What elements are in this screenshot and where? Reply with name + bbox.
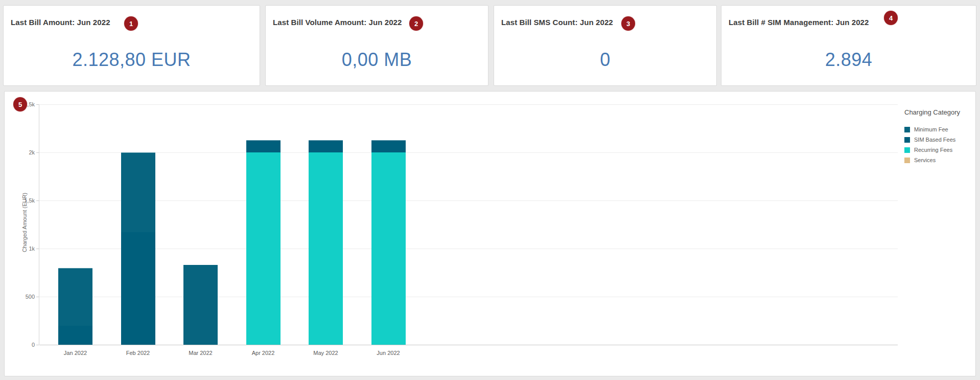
kpi-title: Last Bill Amount: Jun 2022 xyxy=(11,18,110,27)
annotation-badge-3: 3 xyxy=(621,16,635,31)
gridline xyxy=(39,249,898,249)
kpi-title: Last Bill SMS Count: Jun 2022 xyxy=(501,18,613,27)
annotation-badge-4: 4 xyxy=(884,11,898,25)
y-axis-tick xyxy=(36,152,39,153)
y-axis-tick xyxy=(36,200,39,201)
kpi-value: 0 xyxy=(494,49,716,71)
bar-segment-jun-2022-sim-based-fees[interactable] xyxy=(371,140,406,152)
kpi-value: 2.894 xyxy=(721,49,976,71)
x-axis-label: Apr 2022 xyxy=(240,350,286,356)
chart-legend: Charging Category Minimum FeeSIM Based F… xyxy=(904,108,975,165)
annotation-badge-2: 2 xyxy=(409,16,423,31)
legend-label: Services xyxy=(914,157,936,163)
charged-amount-bar-chart-panel: 5 Charged Amount (EUR) 05001k1,5k2k2,5kJ… xyxy=(4,91,976,376)
bar-segment-may-2022-sim-based-fees[interactable] xyxy=(309,140,343,152)
kpi-title: Last Bill # SIM Management: Jun 2022 xyxy=(729,18,869,27)
legend-item-minimum-fee[interactable]: Minimum Fee xyxy=(904,124,975,135)
gridline xyxy=(39,297,898,297)
x-axis-label: Mar 2022 xyxy=(178,350,224,356)
gridline xyxy=(39,104,898,105)
annotation-badge-1: 1 xyxy=(124,16,138,31)
x-axis-label: May 2022 xyxy=(303,350,349,356)
bar-segment-jan-2022-minimum-fee[interactable] xyxy=(58,268,92,326)
kpi-value: 2.128,80 EUR xyxy=(4,49,260,71)
kpi-row: Last Bill Amount: Jun 2022 1 2.128,80 EU… xyxy=(3,5,976,86)
legend-title: Charging Category xyxy=(904,108,975,116)
legend-swatch xyxy=(904,137,910,143)
bar-segment-mar-2022-minimum-fee[interactable] xyxy=(183,265,218,345)
legend-items: Minimum FeeSIM Based FeesRecurring FeesS… xyxy=(904,124,975,165)
bar-segment-apr-2022-sim-based-fees[interactable] xyxy=(246,140,281,152)
kpi-card-last-bill-volume: Last Bill Volume Amount: Jun 2022 2 0,00… xyxy=(265,5,488,86)
x-axis-label: Jun 2022 xyxy=(365,350,411,356)
annotation-badge-5: 5 xyxy=(13,97,27,111)
legend-label: SIM Based Fees xyxy=(914,137,955,143)
bar-segment-apr-2022-recurring-fees[interactable] xyxy=(246,152,281,345)
y-axis-tick xyxy=(36,249,39,249)
dashboard: Last Bill Amount: Jun 2022 1 2.128,80 EU… xyxy=(0,0,980,380)
legend-label: Recurring Fees xyxy=(914,147,952,153)
legend-item-sim-based-fees[interactable]: SIM Based Fees xyxy=(904,135,975,145)
kpi-card-last-bill-sim-management: Last Bill # SIM Management: Jun 2022 4 2… xyxy=(721,5,976,86)
bar-segment-may-2022-recurring-fees[interactable] xyxy=(309,152,343,345)
legend-item-services[interactable]: Services xyxy=(904,155,975,165)
y-axis-tick xyxy=(36,297,39,297)
y-axis-tick-label: 1,5k xyxy=(12,197,35,204)
y-axis-tick-label: 2k xyxy=(12,149,35,155)
bar-segment-feb-2022-sim-based-fees[interactable] xyxy=(121,232,155,345)
bar-segment-feb-2022-minimum-fee[interactable] xyxy=(121,152,155,232)
y-axis-tick-label: 0 xyxy=(12,342,35,348)
legend-item-recurring-fees[interactable]: Recurring Fees xyxy=(904,145,975,155)
kpi-card-last-bill-amount: Last Bill Amount: Jun 2022 1 2.128,80 EU… xyxy=(3,5,260,86)
x-axis-label: Jan 2022 xyxy=(53,350,99,356)
gridline xyxy=(39,152,898,153)
legend-swatch xyxy=(904,158,910,163)
plot-area: 05001k1,5k2k2,5kJan 2022Feb 2022Mar 2022… xyxy=(39,104,898,345)
kpi-title: Last Bill Volume Amount: Jun 2022 xyxy=(273,18,402,27)
kpi-card-last-bill-sms-count: Last Bill SMS Count: Jun 2022 3 0 xyxy=(494,5,717,86)
legend-swatch xyxy=(904,127,910,132)
bar-segment-jun-2022-recurring-fees[interactable] xyxy=(371,152,406,345)
kpi-value: 0,00 MB xyxy=(266,49,488,71)
y-axis-tick xyxy=(36,104,39,105)
x-axis-baseline xyxy=(39,345,898,345)
legend-label: Minimum Fee xyxy=(914,126,948,132)
y-axis-tick xyxy=(36,345,39,345)
gridline xyxy=(39,200,898,201)
y-axis-tick-label: 500 xyxy=(12,294,35,300)
x-axis-label: Feb 2022 xyxy=(115,350,161,356)
y-axis-tick-label: 1k xyxy=(12,245,35,252)
bar-segment-jan-2022-sim-based-fees[interactable] xyxy=(58,326,92,345)
legend-swatch xyxy=(904,147,910,153)
